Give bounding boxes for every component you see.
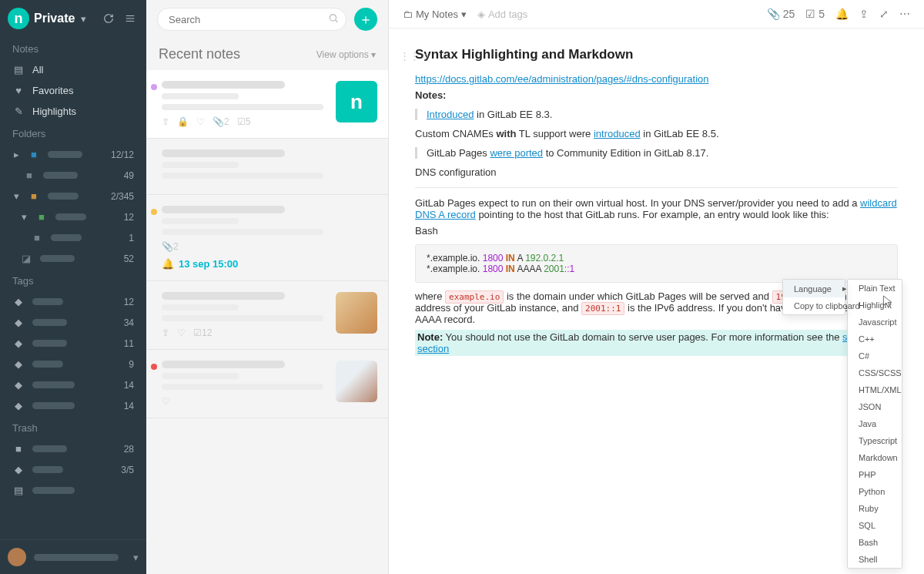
code-block[interactable]: *.example.io. 1800 IN A 192.0.2.1 *.exam… xyxy=(415,244,898,283)
tag-icon: ◆ xyxy=(12,337,25,349)
menu-item[interactable]: C++ xyxy=(848,331,902,347)
tag-icon: ◆ xyxy=(12,358,25,370)
note-card[interactable]: ♡ xyxy=(146,350,388,418)
menu-item[interactable]: Shell xyxy=(848,551,902,568)
tag-count: 34 xyxy=(124,317,134,328)
code-text: 2001 xyxy=(544,264,564,274)
user-avatar[interactable] xyxy=(8,548,26,566)
code-text: *.example.io. xyxy=(427,253,480,264)
add-note-button[interactable]: ＋ xyxy=(354,8,377,31)
introduced-link[interactable]: Introduced xyxy=(427,109,474,120)
notifications-button[interactable]: 🔔 xyxy=(835,8,849,20)
note-card[interactable]: n ⇪ 🔒 ♡ 📎2 ☑5 xyxy=(146,70,388,139)
shared-folder-icon: ◪ xyxy=(20,253,32,264)
nav-favorites[interactable]: ♥ Favorites xyxy=(9,80,137,101)
text: in GitLab EE 8.3. xyxy=(474,109,552,120)
doc-link[interactable]: https://docs.gitlab.com/ee/administratio… xyxy=(415,73,709,85)
view-options[interactable]: View options ▾ xyxy=(316,49,376,60)
folder-item[interactable]: ■ 1 xyxy=(9,227,137,248)
add-tags-label: Add tags xyxy=(488,8,527,20)
chevron-down-icon[interactable]: ▾ xyxy=(12,190,20,202)
menu-item[interactable]: Language▸ xyxy=(783,280,845,297)
nav-all[interactable]: ▤ All xyxy=(9,59,137,80)
tag-item[interactable]: ◆11 xyxy=(9,333,137,354)
note-card[interactable]: 📎2 🔔 13 sep 15:00 xyxy=(146,195,388,281)
sidebar-footer[interactable]: ▾ xyxy=(0,539,146,574)
note-icon: ▤ xyxy=(12,485,25,496)
menu-item[interactable]: Ruby xyxy=(848,500,902,517)
workspace-name[interactable]: Private xyxy=(34,12,75,25)
menu-item[interactable]: Bash xyxy=(848,534,902,551)
trash-item[interactable]: ■28 xyxy=(9,438,137,459)
folder-icon: ■ xyxy=(12,443,25,455)
chevron-right-icon[interactable]: ▸ xyxy=(12,149,20,160)
search-icon[interactable] xyxy=(328,13,339,26)
menu-item[interactable]: SQL xyxy=(848,517,902,534)
note-body-placeholder xyxy=(162,93,239,99)
note-card[interactable]: ⇪ ♡ ☑12 xyxy=(146,281,388,350)
folder-item[interactable]: ■ 49 xyxy=(9,165,137,186)
expand-button[interactable]: ⤢ xyxy=(879,8,889,20)
trash-item[interactable]: ▤ xyxy=(9,480,137,501)
menu-item[interactable]: Typescript xyxy=(848,432,902,449)
section-folders-title: Folders xyxy=(9,128,137,139)
menu-item[interactable]: Java xyxy=(848,415,902,432)
folder-item[interactable]: ▸ ■ 12/12 xyxy=(9,144,137,165)
search-wrap xyxy=(157,8,346,31)
folder-item[interactable]: ◪ 52 xyxy=(9,248,137,269)
note-card[interactable] xyxy=(146,139,388,195)
trash-item[interactable]: ◆3/5 xyxy=(9,459,137,480)
notes-panel: ＋ Recent notes View options ▾ n ⇪ 🔒 ♡ 📎2… xyxy=(146,0,389,574)
attach-count: 2 xyxy=(224,116,229,127)
code-text: *.example.io. xyxy=(427,264,480,274)
more-button[interactable]: ⋯ xyxy=(899,8,910,20)
todo-button[interactable]: ☑5 xyxy=(805,8,825,20)
menu-item[interactable]: C# xyxy=(848,347,902,364)
drag-handle-icon[interactable]: ⋮⋮ ○ xyxy=(400,50,428,62)
attachments-button[interactable]: 📎25 xyxy=(767,8,795,20)
tag-item[interactable]: ◆34 xyxy=(9,312,137,333)
menu-icon[interactable] xyxy=(122,10,139,27)
menu-item[interactable]: Python xyxy=(848,483,902,500)
code-context-menu[interactable]: Language▸Copy to clipboard xyxy=(782,279,845,315)
menu-item[interactable]: HTML/XML xyxy=(848,381,902,398)
menu-item[interactable]: Plain Text xyxy=(848,280,902,297)
notes-list[interactable]: n ⇪ 🔒 ♡ 📎2 ☑5 📎2 🔔 13 sep xyxy=(146,70,388,574)
add-tags[interactable]: ◈ Add tags xyxy=(477,8,527,20)
sync-icon[interactable] xyxy=(100,10,117,27)
folder-item[interactable]: ▾ ■ 2/345 xyxy=(9,186,137,206)
menu-item[interactable]: PHP xyxy=(848,466,902,483)
menu-item[interactable]: JSON xyxy=(848,398,902,415)
breadcrumb[interactable]: 🗀 My Notes ▾ xyxy=(403,8,467,20)
folder-icon: 🗀 xyxy=(403,8,413,20)
attach-count: 2 xyxy=(173,241,179,252)
search-input[interactable] xyxy=(157,8,346,31)
introduced-link[interactable]: introduced xyxy=(594,128,641,139)
menu-item[interactable]: Javascript xyxy=(848,314,902,331)
menu-item[interactable]: Markdown xyxy=(848,449,902,466)
chevron-down-icon[interactable]: ▾ xyxy=(20,211,28,223)
folder-item[interactable]: ▾ ■ 12 xyxy=(9,206,137,227)
todo-icon: ☑5 xyxy=(237,116,251,127)
ported-link[interactable]: were ported xyxy=(490,147,543,159)
tag-item[interactable]: ◆14 xyxy=(9,374,137,395)
document[interactable]: ⋮⋮ ○ Syntax Highlighting and Markdown ht… xyxy=(389,29,924,574)
tag-item[interactable]: ◆12 xyxy=(9,291,137,312)
menu-item[interactable]: Copy to clipboard xyxy=(783,297,845,314)
tag-item[interactable]: ◆9 xyxy=(9,354,137,374)
note-title-placeholder xyxy=(162,361,285,368)
reminder-text: 13 sep 15:00 xyxy=(179,258,238,270)
language-menu[interactable]: Plain TextHighlightJavascriptC++C#CSS/SC… xyxy=(847,279,902,569)
chevron-down-icon[interactable]: ▾ xyxy=(133,552,139,563)
share-button[interactable]: ⇪ xyxy=(859,8,869,20)
chevron-down-icon[interactable]: ▾ xyxy=(81,13,86,25)
nav-highlights[interactable]: ✎ Highlights xyxy=(9,101,137,122)
folder-count: 2/345 xyxy=(111,191,134,202)
page-title: Syntax Highlighting and Markdown xyxy=(415,47,898,62)
code-text: A xyxy=(517,253,522,264)
tag-item[interactable]: ◆14 xyxy=(9,395,137,416)
tag-name-placeholder xyxy=(32,340,67,347)
menu-item[interactable]: CSS/SCSS xyxy=(848,364,902,381)
folder-icon: ■ xyxy=(28,149,40,160)
todo-icon: ☑12 xyxy=(193,327,212,338)
